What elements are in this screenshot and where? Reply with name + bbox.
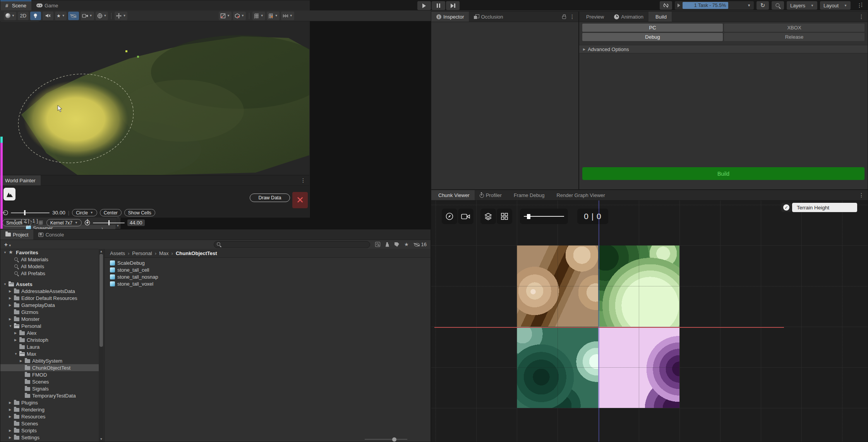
expander-icon[interactable]: ▶ [9,429,14,432]
pause-button[interactable] [432,1,445,10]
folder-row[interactable]: Scenes [0,378,99,385]
effects-dropdown[interactable]: ★ ▼ [55,12,67,20]
step-button[interactable] [446,1,460,10]
inspector-kebab-menu[interactable]: ⋮ [570,14,575,20]
scene-audio-toggle[interactable] [43,12,53,20]
chunk-viewer-viewport[interactable]: 0 | 0 ✓ Terrain Height [431,200,868,442]
file-row[interactable]: stone_tall_cell [105,266,431,273]
brush-mode-dropdown[interactable]: Smooth▼ [2,219,31,226]
folder-row[interactable]: Laura [0,343,99,350]
platform-xbox-button[interactable]: XBOX [724,24,865,32]
inspector-tab[interactable]: Occlusion [469,12,508,22]
expander-icon[interactable]: ▶ [20,359,25,363]
slider-thumb[interactable] [24,210,26,215]
search-button[interactable] [772,1,784,10]
expander-icon[interactable]: ▶ [14,338,19,342]
folder-row[interactable]: ▼ Personal [0,322,99,329]
file-row[interactable]: stone_tall_voxel [105,280,431,287]
rect-tool-dropdown[interactable]: ▼ [219,12,232,20]
folder-row[interactable]: ▼ Assets [0,281,99,288]
undo-history-button[interactable]: ↻ [756,1,769,10]
2d-toggle-button[interactable]: 2D [18,12,29,20]
compass-mode-button[interactable] [442,209,457,224]
filter-by-label-button[interactable] [395,242,399,247]
expander-icon[interactable]: ▶ [9,436,14,439]
expander-icon[interactable]: ▶ [9,408,14,411]
breadcrumb-item[interactable]: ChunkObjectTest › [176,250,217,256]
platform-pc-button[interactable]: PC [582,24,723,32]
viewer-kebab-menu[interactable]: ⋮ [855,190,868,200]
snap-increment-dropdown[interactable]: ▼ [267,12,280,20]
filter-by-type-button[interactable] [385,242,389,247]
move-tool-dropdown[interactable]: ▼ [115,12,127,20]
build-panel-tab[interactable]: Build [648,12,672,22]
scene-kebab-menu[interactable]: ⋮ [856,2,868,8]
folder-row[interactable]: ▶ GameplayData [0,302,99,308]
grid-mode-button[interactable] [497,209,512,224]
camera-settings-dropdown[interactable]: ▼ [81,12,94,20]
thumbnail-zoom-slider[interactable] [365,439,407,440]
slider-thumb[interactable] [108,220,110,225]
tab-world-painter[interactable]: World Painter [0,175,41,185]
expander-icon[interactable]: ▼ [3,283,9,286]
measure-tool-dropdown[interactable]: ▼ [281,12,294,20]
terrain-height-toggle[interactable]: ✓ [781,203,791,212]
config-debug-button[interactable]: Debug [582,33,723,41]
slider-knob[interactable] [392,437,396,442]
folder-row[interactable]: Gizmos [0,308,99,315]
build-kebab-menu[interactable]: ⋮ [855,12,868,22]
scene-game-tab[interactable]: Game [31,0,63,10]
show-cells-button[interactable]: Show Cells [124,209,155,216]
project-search-field[interactable] [214,241,370,248]
expander-icon[interactable]: ▶ [9,317,14,321]
folder-row[interactable]: FMOD [0,371,99,378]
lock-icon[interactable] [562,16,566,19]
expander-icon[interactable]: ▶ [9,401,14,404]
strength-slider[interactable] [93,223,125,223]
folder-row[interactable]: ▶ Monster [0,315,99,322]
folder-row[interactable]: ChunkObjectTest [0,364,99,371]
camera-mode-button[interactable] [458,209,473,224]
slider-thumb[interactable] [527,214,530,219]
center-button[interactable]: Center [100,209,122,216]
scroll-down-icon[interactable]: ▼ [99,437,104,441]
expander-icon[interactable]: ▼ [9,324,14,328]
folder-row[interactable]: ▶ AbilitySystem [0,357,99,364]
layout-dropdown[interactable]: Layout▼ [820,1,851,10]
folder-row[interactable]: Signals [0,385,99,392]
viewer-tab[interactable]: Frame Debug [507,190,549,200]
expander-icon[interactable]: ▼ [14,352,19,356]
scene-visibility-toggle[interactable] [68,12,79,20]
kernel-dropdown[interactable]: Kernel 7x7▼ [46,219,82,226]
build-panel-tab[interactable]: Animation [609,12,648,22]
project-search-input[interactable] [223,242,367,247]
create-asset-button[interactable]: +▼ [4,241,12,248]
viewer-tab[interactable]: Render Graph Viewer [549,190,610,200]
project-console-tab[interactable]: Project [0,230,33,240]
build-panel-tab[interactable]: Preview [579,12,609,22]
unlink-button[interactable] [660,1,672,10]
breadcrumb-item[interactable]: Personal › [132,250,159,256]
viewer-tab[interactable]: Profiler [475,190,507,200]
file-row[interactable]: stone_tall_nosnap [105,273,431,280]
terrain-height-label[interactable]: Terrain Height [792,203,857,212]
brush-shape-dropdown[interactable]: Circle▼ [72,209,97,216]
folder-row[interactable]: ▶ Alex [0,329,99,336]
scroll-up-icon[interactable]: ▲ [99,250,104,253]
grid-snap-y-dropdown[interactable]: ▼ [252,12,265,20]
expander-icon[interactable]: ▶ [14,331,19,335]
play-button[interactable] [417,1,431,10]
expander-icon[interactable]: ▶ [9,415,14,418]
custom-tool-dropdown[interactable]: ▼ [233,12,246,20]
folder-row[interactable]: ▶ Settings [0,434,99,441]
brush-radius-slider[interactable] [11,212,50,213]
favorites-filter-button[interactable]: ★ [404,242,409,247]
favorites-row[interactable]: All Materials [0,256,99,263]
hidden-items-button[interactable]: 16 [414,242,427,247]
gizmos-dropdown[interactable]: ▼ [96,12,108,20]
folder-row[interactable]: ▶ Editor Default Resources [0,295,99,302]
inspector-tab[interactable]: Inspector [431,12,469,22]
breadcrumb-item[interactable]: Assets › [110,250,132,256]
config-release-button[interactable]: Release [724,33,865,41]
folder-row[interactable]: ▶ Christoph [0,336,99,343]
